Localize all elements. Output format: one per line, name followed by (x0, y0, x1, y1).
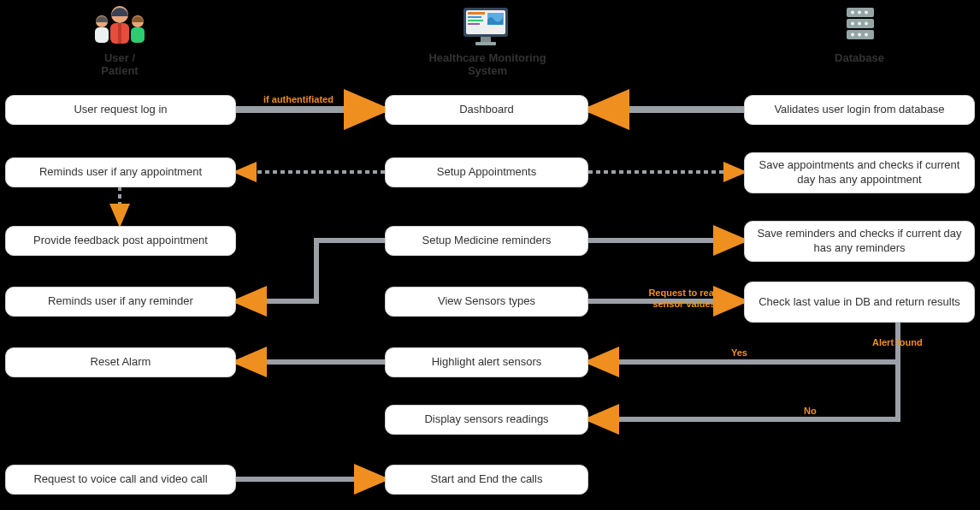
svg-point-27 (865, 33, 868, 37)
node-sys-display-readings: Display sensors readings (385, 405, 588, 435)
node-sys-medicine-reminders: Setup Medicine reminders (385, 226, 588, 256)
svg-point-21 (865, 11, 868, 15)
svg-rect-9 (468, 12, 485, 15)
lane-header-db: Database (821, 51, 898, 64)
svg-rect-10 (468, 16, 481, 18)
lane-header-system: Healthcare Monitoring System (410, 51, 564, 77)
diagram-canvas: User / Patient Healthcare Monitoring Sys… (0, 0, 980, 510)
edge-label-no: No (804, 406, 817, 416)
node-db-save-reminders: Save reminders and checks if current day… (744, 221, 975, 262)
node-user-call-request: Request to voice call and video call (5, 465, 236, 495)
svg-rect-15 (475, 42, 496, 45)
svg-point-19 (851, 11, 854, 15)
svg-rect-12 (468, 23, 480, 25)
svg-point-26 (858, 33, 861, 37)
svg-point-23 (858, 22, 861, 26)
svg-point-22 (851, 22, 854, 26)
node-user-feedback: Provide feedback post appointment (5, 226, 236, 256)
svg-rect-14 (481, 37, 491, 42)
user-icon (90, 4, 150, 50)
svg-point-25 (851, 33, 854, 37)
svg-point-20 (858, 11, 861, 15)
monitor-icon (460, 4, 511, 50)
node-sys-view-sensors: View Sensors types (385, 287, 588, 317)
node-db-check-last-value: Check last value in DB and return result… (744, 282, 975, 323)
node-user-reset-alarm: Reset Alarm (5, 347, 236, 377)
node-db-save-appointments: Save appointments and checks if current … (744, 152, 975, 193)
node-user-login: User request log in (5, 95, 236, 125)
node-sys-start-end-calls: Start and End the calls (385, 465, 588, 495)
svg-rect-11 (468, 20, 483, 21)
database-icon (843, 4, 877, 46)
svg-rect-6 (131, 27, 145, 43)
node-db-validate-login: Validates user login from database (744, 95, 975, 125)
svg-point-24 (865, 22, 868, 26)
edge-label-yes: Yes (731, 347, 747, 358)
node-user-appointment-remind: Reminds user if any appointment (5, 157, 236, 187)
edge-label-request-sensor: Request to read sensor values (633, 288, 735, 310)
svg-rect-2 (118, 23, 121, 44)
edge-label-alert-found: Alert found (872, 337, 923, 347)
node-sys-setup-appointments: Setup Appointments (385, 157, 588, 187)
node-user-reminder: Reminds user if any reminder (5, 287, 236, 317)
svg-rect-4 (95, 27, 109, 43)
edge-label-authentifiated: if authentifiated (263, 94, 334, 104)
node-sys-dashboard: Dashboard (385, 95, 588, 125)
lane-header-user: User / Patient (86, 51, 154, 77)
node-sys-highlight-alert: Highlight alert sensors (385, 347, 588, 377)
